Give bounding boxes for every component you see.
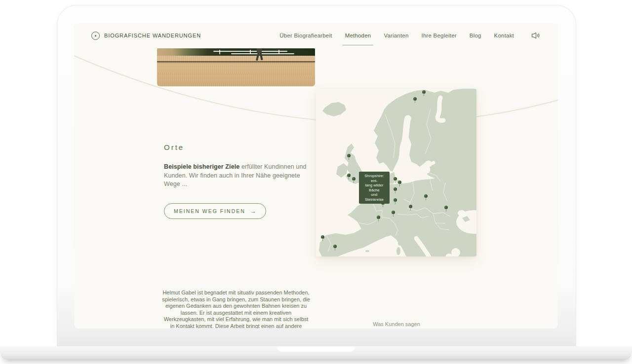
- map-pin[interactable]: [422, 90, 426, 97]
- field-walk-photo: [157, 48, 315, 86]
- map-pin[interactable]: [409, 205, 412, 211]
- photo-field-edge: [157, 61, 315, 62]
- map-pin[interactable]: [394, 187, 397, 194]
- map-pin[interactable]: [347, 154, 351, 160]
- orte-section: Orte Beispiele bisheriger Ziele erfüllte…: [164, 143, 308, 219]
- europe-map-svg: [316, 89, 476, 256]
- orte-heading: Orte: [164, 143, 308, 151]
- map-pin[interactable]: [352, 177, 356, 183]
- nav-varianten[interactable]: Varianten: [384, 33, 408, 38]
- photo-walking-person: [255, 48, 264, 61]
- map-pin[interactable]: [398, 181, 401, 187]
- nav-ihre-begleiter[interactable]: Ihre Begleiter: [422, 33, 457, 38]
- map-pin[interactable]: [377, 216, 380, 222]
- photo-fence-post: [250, 50, 251, 54]
- nav-methoden[interactable]: Methoden: [345, 33, 371, 38]
- testimonial-text: Helmut Gabel ist begnadet mit situativ p…: [162, 290, 310, 328]
- nav-kontakt[interactable]: Kontakt: [494, 33, 514, 38]
- map-pin[interactable]: [347, 174, 351, 180]
- photo-treeline: [157, 48, 315, 56]
- meinen-weg-finden-button[interactable]: MEINEN WEG FINDEN →: [164, 203, 266, 219]
- main-nav: Über Biografiearbeit Methoden Varianten …: [279, 32, 541, 39]
- arrow-right-icon: →: [250, 208, 256, 215]
- map-tooltip: Shropshire: ent- lang wilder Bäche und S…: [359, 172, 390, 204]
- laptop-base: [0, 346, 632, 360]
- photo-fence-post: [278, 50, 279, 54]
- nav-ueber-biografiearbeit[interactable]: Über Biografiearbeit: [279, 33, 332, 38]
- map-pin[interactable]: [321, 235, 324, 242]
- was-kunden-sagen-heading: Was Kunden sagen: [322, 321, 471, 327]
- map-pin[interactable]: [394, 198, 397, 205]
- orte-lead: Beispiele bisheriger Ziele erfüllter Kun…: [164, 163, 308, 189]
- map-pin[interactable]: [394, 177, 397, 183]
- compass-dot-icon: [91, 32, 100, 40]
- site-logo[interactable]: BIOGRAFISCHE WANDERUNGEN: [91, 32, 201, 40]
- nav-blog[interactable]: Blog: [470, 33, 481, 38]
- europe-map[interactable]: Shropshire: ent- lang wilder Bäche und S…: [316, 89, 476, 256]
- map-pin[interactable]: [424, 194, 428, 201]
- site-logo-label: BIOGRAFISCHE WANDERUNGEN: [104, 33, 201, 38]
- map-pin[interactable]: [444, 206, 448, 212]
- photo-fence-post: [219, 50, 220, 54]
- browser-viewport: BIOGRAFISCHE WANDERUNGEN Über Biografiea…: [74, 23, 558, 328]
- site-header: BIOGRAFISCHE WANDERUNGEN Über Biografiea…: [74, 23, 558, 48]
- speaker-icon[interactable]: [531, 32, 541, 39]
- laptop-notch: [277, 346, 355, 352]
- map-pin[interactable]: [413, 97, 417, 104]
- map-pin[interactable]: [333, 245, 337, 251]
- map-pin[interactable]: [392, 211, 395, 217]
